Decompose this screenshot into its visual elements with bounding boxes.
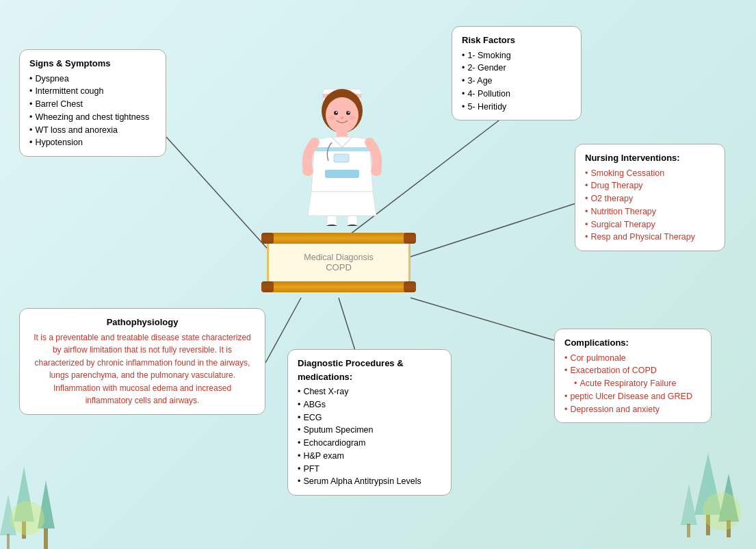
scroll-rod-bottom xyxy=(267,281,410,292)
list-item: peptic Ulcer Disease and GRED xyxy=(564,390,701,403)
list-item: Depression and anxiety xyxy=(564,403,701,416)
risk-title: Risk Factors xyxy=(462,34,571,47)
comp-list: Cor pulmonale Exacerbation of COPD Acute… xyxy=(564,352,701,416)
list-item: PFT xyxy=(298,463,441,476)
nursing-title: Nursing Interventions: xyxy=(585,151,715,165)
diag-list: Chest X-ray ABGs ECG Sputum Specimen Ech… xyxy=(298,385,441,488)
list-item: Sputum Specimen xyxy=(298,424,441,437)
center-banner: Medical Diagonsis COPD xyxy=(267,233,410,292)
svg-rect-20 xyxy=(311,147,373,151)
list-item: 3- Age xyxy=(462,75,571,88)
svg-point-17 xyxy=(349,116,356,120)
list-item: ABGs xyxy=(298,398,441,411)
scroll-rod-top xyxy=(267,233,410,244)
patho-text: It is a preventable and treatable diseas… xyxy=(29,331,255,408)
list-item: ECG xyxy=(298,411,441,424)
nursing-list: Smoking Cessation Drug Therapy O2 therap… xyxy=(585,167,715,244)
list-item: 4- Pollution xyxy=(462,88,571,101)
list-item: H&P exam xyxy=(298,450,441,463)
signs-list: Dyspnea Intermittent cough Barrel Chest … xyxy=(29,73,156,150)
svg-rect-24 xyxy=(325,170,359,178)
complications-box: Complications: Cor pulmonale Exacerbatio… xyxy=(554,329,712,423)
diagnostic-box: Diagnostic Procedures & medications: Che… xyxy=(287,349,452,496)
list-item: Surgical Therapy xyxy=(585,218,715,231)
scroll-subtitle: COPD xyxy=(326,262,352,272)
list-item: Intermittent cough xyxy=(29,85,156,98)
svg-rect-32 xyxy=(44,528,48,549)
patho-title: Pathophysiology xyxy=(29,316,255,329)
svg-rect-26 xyxy=(348,216,357,226)
svg-line-4 xyxy=(339,298,356,353)
scroll-title: Medical Diagonsis xyxy=(304,253,373,262)
list-item: Dyspnea xyxy=(29,73,156,86)
svg-rect-25 xyxy=(327,216,337,226)
list-item: Smoking Cessation xyxy=(585,167,715,180)
risk-factors-box: Risk Factors 1- Smoking 2- Gender 3- Age… xyxy=(452,26,582,120)
nursing-interventions-box: Nursing Interventions: Smoking Cessation… xyxy=(575,144,725,251)
list-item: Acute Respiratory Failure xyxy=(564,377,701,390)
svg-point-23 xyxy=(371,166,382,176)
list-item: Barrel Chest xyxy=(29,98,156,111)
svg-point-12 xyxy=(334,111,338,115)
svg-point-15 xyxy=(348,112,350,113)
svg-rect-41 xyxy=(687,524,690,537)
scroll-body: Medical Diagonsis COPD xyxy=(267,244,410,281)
tree-left xyxy=(0,412,68,549)
list-item: Drug Therapy xyxy=(585,179,715,192)
pathophysiology-box: Pathophysiology It is a preventable and … xyxy=(19,308,265,415)
svg-marker-40 xyxy=(681,484,697,525)
svg-point-22 xyxy=(302,166,313,176)
list-item: Exacerbation of COPD xyxy=(564,364,701,377)
list-item: WT loss and anorexia xyxy=(29,124,156,137)
list-item: Serum Alpha Antitrypsin Levels xyxy=(298,475,441,488)
list-item: Wheezing and chest tightness xyxy=(29,111,156,124)
svg-line-5 xyxy=(410,298,561,342)
nurse-illustration xyxy=(287,68,397,226)
svg-point-35 xyxy=(10,501,44,535)
list-item: Chest X-ray xyxy=(298,385,441,398)
signs-symptoms-box: Signs & Symptoms Dyspnea Intermittent co… xyxy=(19,49,166,157)
list-item: Cor pulmonale xyxy=(564,352,701,365)
diag-title: Diagnostic Procedures & medications: xyxy=(298,357,441,383)
risk-list: 1- Smoking 2- Gender 3- Age 4- Pollution… xyxy=(462,49,571,114)
list-item: Echocardiogram xyxy=(298,437,441,450)
list-item: 1- Smoking xyxy=(462,49,571,62)
comp-title: Complications: xyxy=(564,336,701,350)
svg-point-18 xyxy=(341,116,344,119)
svg-point-16 xyxy=(328,116,335,120)
svg-rect-34 xyxy=(7,534,10,549)
list-item: 5- Heritidy xyxy=(462,101,571,114)
signs-title: Signs & Symptoms xyxy=(29,57,156,71)
svg-point-13 xyxy=(346,111,350,115)
svg-point-14 xyxy=(336,112,337,113)
scroll: Medical Diagonsis COPD xyxy=(267,233,410,292)
svg-point-11 xyxy=(326,97,359,133)
list-item: Resp and Physical Therapy xyxy=(585,231,715,244)
svg-rect-21 xyxy=(334,154,349,162)
list-item: 2- Gender xyxy=(462,62,571,75)
svg-line-2 xyxy=(410,202,580,257)
list-item: Nutrition Therapy xyxy=(585,205,715,218)
list-item: O2 therapy xyxy=(585,192,715,205)
svg-point-42 xyxy=(703,492,741,531)
list-item: Hypotension xyxy=(29,136,156,149)
